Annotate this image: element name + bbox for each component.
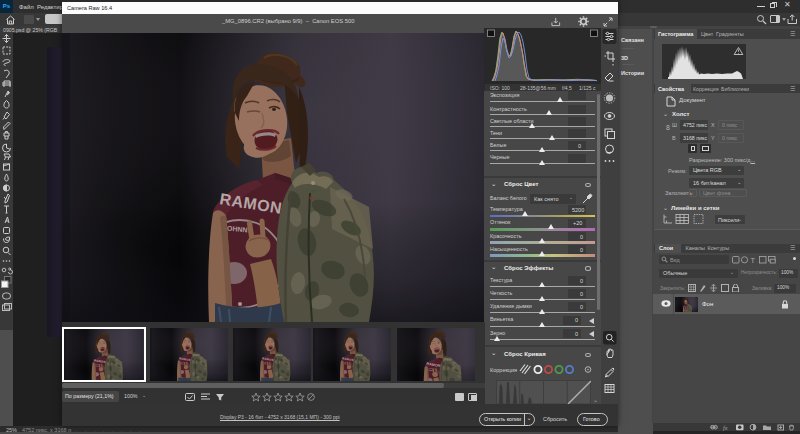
svg-text:T: T — [751, 256, 756, 264]
